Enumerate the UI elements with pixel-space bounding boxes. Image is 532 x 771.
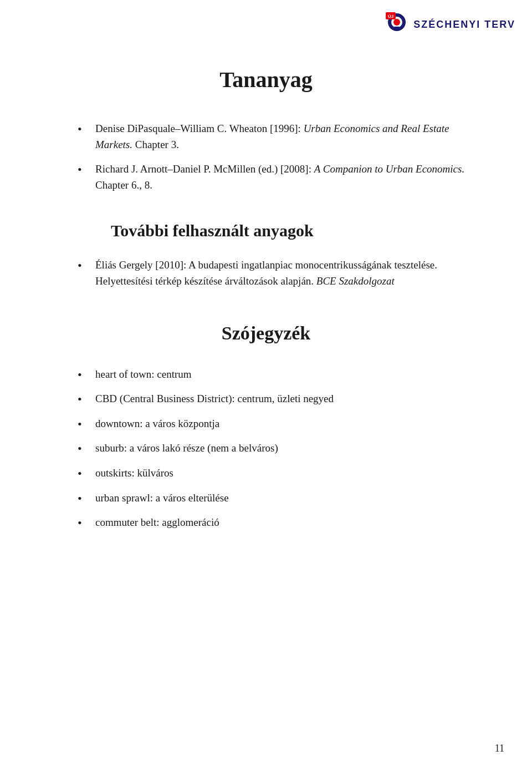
glossary-item-1: heart of town: centrum bbox=[95, 366, 488, 382]
fref1-italic: BCE Szakdolgozat bbox=[316, 275, 395, 287]
page: ÚJ SZÉCHENYI TERV Tananyag • Denise DiPa… bbox=[0, 0, 532, 771]
bullet-icon: • bbox=[78, 121, 90, 138]
bullet-icon: • bbox=[78, 417, 90, 433]
further-refs-section: • Éliás Gergely [2010]: A budapesti inga… bbox=[78, 257, 488, 290]
glossary-title: Szójegyzék bbox=[44, 323, 488, 344]
logo-title: SZÉCHENYI TERV bbox=[413, 19, 515, 31]
reference-text-1: Denise DiPasquale–William C. Wheaton [19… bbox=[95, 120, 488, 153]
bullet-icon: • bbox=[78, 491, 90, 507]
list-item: • urban sprawl: a város elterülése bbox=[78, 490, 488, 507]
logo-text: SZÉCHENYI TERV bbox=[413, 19, 515, 31]
ref2-italic: A Companion to Urban Economics. bbox=[314, 163, 464, 175]
bullet-icon: • bbox=[78, 441, 90, 457]
references-section: • Denise DiPasquale–William C. Wheaton [… bbox=[78, 120, 488, 194]
glossary-section: • heart of town: centrum • CBD (Central … bbox=[78, 366, 488, 531]
glossary-item-4: suburb: a város lakó része (nem a belvár… bbox=[95, 440, 488, 456]
list-item: • Éliás Gergely [2010]: A budapesti inga… bbox=[78, 257, 488, 290]
list-item: • downtown: a város központja bbox=[78, 415, 488, 433]
bullet-icon: • bbox=[78, 515, 90, 531]
bullet-icon: • bbox=[78, 162, 90, 178]
glossary-item-2: CBD (Central Business District): centrum… bbox=[95, 390, 488, 407]
bullet-icon: • bbox=[78, 258, 90, 274]
further-ref-text-1: Éliás Gergely [2010]: A budapesti ingatl… bbox=[95, 257, 488, 290]
reference-text-2: Richard J. Arnott–Daniel P. McMillen (ed… bbox=[95, 161, 488, 194]
glossary-item-3: downtown: a város központja bbox=[95, 415, 488, 432]
list-item: • suburb: a város lakó része (nem a belv… bbox=[78, 440, 488, 457]
list-item: • commuter belt: agglomeráció bbox=[78, 514, 488, 531]
list-item: • Richard J. Arnott–Daniel P. McMillen (… bbox=[78, 161, 488, 194]
glossary-item-5: outskirts: külváros bbox=[95, 465, 488, 481]
page-number: 11 bbox=[495, 743, 504, 754]
logo-area: ÚJ SZÉCHENYI TERV bbox=[385, 11, 515, 39]
section-title: További felhasznált anyagok bbox=[111, 221, 488, 240]
glossary-item-7: commuter belt: agglomeráció bbox=[95, 514, 488, 530]
svg-text:ÚJ: ÚJ bbox=[388, 14, 393, 19]
list-item: • CBD (Central Business District): centr… bbox=[78, 390, 488, 408]
ref1-italic: Urban Economics and Real Estate Markets. bbox=[95, 123, 449, 150]
page-title: Tananyag bbox=[44, 67, 488, 93]
bullet-icon: • bbox=[78, 466, 90, 482]
bullet-icon: • bbox=[78, 392, 90, 408]
glossary-item-6: urban sprawl: a város elterülése bbox=[95, 490, 488, 506]
list-item: • heart of town: centrum bbox=[78, 366, 488, 383]
szechenyi-logo-icon: ÚJ bbox=[385, 11, 409, 39]
list-item: • Denise DiPasquale–William C. Wheaton [… bbox=[78, 120, 488, 153]
bullet-icon: • bbox=[78, 367, 90, 383]
list-item: • outskirts: külváros bbox=[78, 465, 488, 482]
svg-point-2 bbox=[393, 19, 400, 26]
